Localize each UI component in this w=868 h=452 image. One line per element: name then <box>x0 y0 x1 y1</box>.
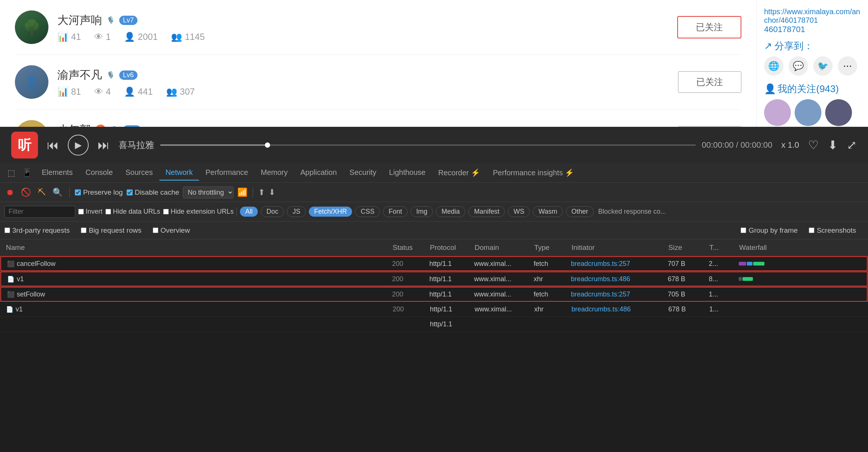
tab-performance[interactable]: Performance <box>200 165 254 181</box>
filter-btn-img[interactable]: Img <box>411 206 433 217</box>
overview-checkbox[interactable] <box>153 227 158 233</box>
table-row-v1-first[interactable]: 📄 v1 200 http/1.1 www.ximal... xhr bread… <box>0 271 868 286</box>
stop-recording-btn[interactable]: ⏺ <box>4 186 16 199</box>
follow-avatar-3[interactable] <box>825 99 852 126</box>
filter-btn-ws[interactable]: WS <box>508 206 530 217</box>
filter-btn-css[interactable]: CSS <box>355 206 380 217</box>
download-button[interactable]: ⬇ <box>828 138 838 152</box>
filter-icon-btn[interactable]: ⛏ <box>36 186 47 199</box>
disable-cache-label[interactable]: Disable cache <box>127 188 179 197</box>
tab-console[interactable]: Console <box>79 165 118 181</box>
invert-label[interactable]: Invert <box>78 208 102 216</box>
filter-btn-manifest[interactable]: Manifest <box>468 206 505 217</box>
filter-btn-fetch-xhr[interactable]: Fetch/XHR <box>309 207 352 217</box>
cell-domain-2: www.ximal... <box>471 275 531 283</box>
search-btn[interactable]: 🔍 <box>51 186 64 199</box>
cell-size-1: 707 B <box>665 260 706 268</box>
share-icon-weibo[interactable]: 🐦 <box>813 56 833 76</box>
mic-badge-1: 🎙️ <box>107 16 115 24</box>
user-item-3: ? 少年郭 V 🎙️ Lv7 📊 2302 👁 96 👤 4244 已关注 <box>15 110 741 127</box>
big-rows-checkbox[interactable] <box>81 227 86 233</box>
cell-initiator-1[interactable]: breadcrumbs.ts:257 <box>568 260 665 268</box>
tab-lighthouse[interactable]: Lighthouse <box>383 165 431 181</box>
devtools-icon-device[interactable]: 📱 <box>19 167 35 179</box>
next-button[interactable]: ⏭ <box>98 138 110 152</box>
tab-sources[interactable]: Sources <box>120 165 159 181</box>
share-icon-more[interactable]: ⋯ <box>838 56 857 76</box>
follow-avatar-2[interactable] <box>795 99 821 126</box>
download-icon-btn[interactable]: ⬇ <box>269 188 275 197</box>
filter-btn-doc[interactable]: Doc <box>261 206 284 217</box>
network-toolbar: ⏺ 🚫 ⛏ 🔍 Preserve log Disable cache No th… <box>0 183 868 202</box>
play-button[interactable]: ▶ <box>68 135 89 156</box>
filter-btn-font[interactable]: Font <box>383 206 408 217</box>
tab-perf-insights[interactable]: Performance insights ⚡ <box>487 165 580 181</box>
filter-btn-js[interactable]: JS <box>287 206 306 217</box>
cell-initiator-2[interactable]: breadcrumbs.ts:486 <box>568 275 665 283</box>
prev-button[interactable]: ⏮ <box>47 138 59 152</box>
tab-memory[interactable]: Memory <box>255 165 294 181</box>
overview-label[interactable]: Overview <box>153 226 190 235</box>
main-content: 🌳 大河声响 🎙️ Lv7 📊 41 👁 1 👤 2001 👥 1145 已关注 <box>0 0 756 127</box>
table-row-5[interactable]: http/1.1 <box>0 317 868 332</box>
hide-ext-urls-label[interactable]: Hide extension URLs <box>163 208 234 216</box>
tab-application[interactable]: Application <box>294 165 343 181</box>
avatar-1: 🌳 <box>15 10 48 44</box>
options-row: 3rd-party requests Big request rows Over… <box>0 222 868 239</box>
screenshots-checkbox[interactable] <box>809 227 814 233</box>
disable-cache-checkbox[interactable] <box>127 189 133 195</box>
cell-initiator-4[interactable]: breadcrumbs.ts:486 <box>568 305 665 313</box>
my-follows-label[interactable]: 👤 我的关注(943) <box>764 82 861 95</box>
cell-initiator-3[interactable]: breadcrumbs.ts:257 <box>568 291 665 298</box>
screenshots-label[interactable]: Screenshots <box>809 226 856 235</box>
follow-button-1[interactable]: 已关注 <box>677 16 741 38</box>
devtools-icon-inspect[interactable]: ⬚ <box>4 167 18 179</box>
tab-elements[interactable]: Elements <box>36 165 79 181</box>
follow-button-2[interactable]: 已关注 <box>678 71 741 93</box>
follow-avatar-1[interactable] <box>764 99 791 126</box>
upload-btn[interactable]: ⬆ <box>258 188 265 197</box>
filter-input[interactable] <box>4 206 75 218</box>
my-follows-section: 👤 我的关注(943) <box>764 82 861 126</box>
group-by-frame-label[interactable]: Group by frame <box>741 226 798 235</box>
group-by-frame-checkbox[interactable] <box>741 227 746 233</box>
progress-handle[interactable] <box>265 142 270 148</box>
throttle-select[interactable]: No throttling <box>183 186 234 198</box>
third-party-checkbox[interactable] <box>4 227 10 233</box>
speed-label[interactable]: x 1.0 <box>781 140 799 150</box>
cell-protocol-4: http/1.1 <box>427 305 472 313</box>
invert-checkbox[interactable] <box>78 209 84 214</box>
tab-recorder[interactable]: Recorder ⚡ <box>432 165 486 181</box>
clear-btn[interactable]: 🚫 <box>19 186 32 199</box>
page-link[interactable]: https://www.ximalaya.com/anchor/46017870… <box>764 7 861 25</box>
tab-security[interactable]: Security <box>343 165 382 181</box>
filter-btn-media[interactable]: Media <box>436 206 465 217</box>
progress-bar[interactable] <box>160 144 696 146</box>
hide-data-urls-checkbox[interactable] <box>105 209 111 214</box>
hide-data-urls-label[interactable]: Hide data URLs <box>105 208 160 216</box>
filter-btn-wasm[interactable]: Wasm <box>533 206 563 217</box>
follow-button-3[interactable]: 已关注 <box>678 126 741 127</box>
filter-btn-other[interactable]: Other <box>566 206 594 217</box>
expand-button[interactable]: ⤢ <box>847 138 857 152</box>
share-icon-globe[interactable]: 🌐 <box>764 56 783 76</box>
filter-btn-all[interactable]: All <box>240 207 258 217</box>
table-row-cancelfollow[interactable]: ⬛ cancelFollow 200 http/1.1 www.ximal...… <box>0 256 868 271</box>
table-row-v1-second[interactable]: 📄 v1 200 http/1.1 www.ximal... xhr bread… <box>0 302 868 317</box>
tab-network[interactable]: Network <box>159 165 199 181</box>
share-icons-row: 🌐 💬 🐦 ⋯ <box>764 56 861 76</box>
like-button[interactable]: ♡ <box>808 138 819 152</box>
share-icon-wechat[interactable]: 💬 <box>789 56 808 76</box>
table-row-setfollow[interactable]: ⬛ setFollow 200 http/1.1 www.ximal... fe… <box>0 287 868 302</box>
hide-ext-urls-checkbox[interactable] <box>163 209 169 214</box>
link-id[interactable]: 460178701 <box>764 25 861 34</box>
col-initiator: Initiator <box>568 244 665 252</box>
wifi-icon-btn[interactable]: 📶 <box>237 188 247 197</box>
third-party-label[interactable]: 3rd-party requests <box>4 226 70 235</box>
link-area: https://www.ximalaya.com/anchor/46017870… <box>764 7 861 34</box>
preserve-log-checkbox[interactable] <box>75 189 81 195</box>
cell-waterfall-2 <box>736 277 864 281</box>
big-rows-label[interactable]: Big request rows <box>81 226 142 235</box>
cell-time-2: 8... <box>706 275 736 283</box>
preserve-log-label[interactable]: Preserve log <box>75 188 123 197</box>
